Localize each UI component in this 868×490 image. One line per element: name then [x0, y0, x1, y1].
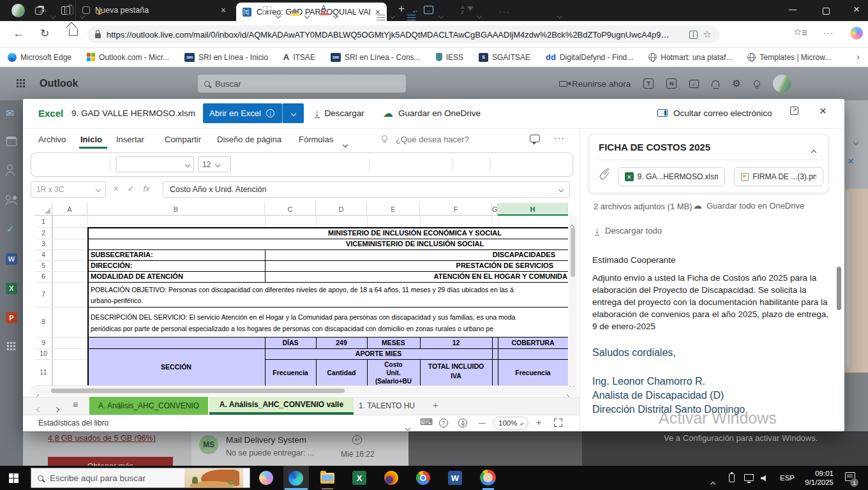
taskbar-excel-icon[interactable]: X	[352, 471, 366, 485]
cell-poblacion-line1[interactable]: POBLACIÓN OBJETIVO: Personas con discapa…	[91, 285, 567, 295]
row-header-3[interactable]: 3	[35, 239, 52, 249]
row-header-10[interactable]: 10	[35, 348, 52, 359]
more-apps-icon[interactable]	[7, 342, 16, 351]
bookmark-item[interactable]: Microsoft Edge	[8, 53, 71, 62]
mail-module-icon[interactable]: ✉	[6, 107, 14, 119]
bing-daily-image[interactable]	[184, 468, 243, 487]
cancel-entry-icon[interactable]: ×	[114, 184, 119, 193]
window-minimize-button[interactable]: —	[789, 5, 797, 14]
bookmark-item[interactable]: SRISRI en Línea - Cons...	[331, 53, 421, 62]
fullscreen-icon[interactable]	[554, 419, 562, 427]
bookmark-item[interactable]: Outlook.com - Micr...	[87, 53, 169, 62]
download-button[interactable]: ↓ Descargar	[315, 104, 364, 122]
powerpoint-module-icon[interactable]: P	[6, 311, 17, 323]
cell-poblacion-line2[interactable]: urbano-periférico.	[91, 295, 567, 306]
popout-icon[interactable]: ↗	[790, 106, 798, 117]
outlook-search-box[interactable]: Buscar	[198, 75, 406, 93]
align-chevron-icon[interactable]	[391, 10, 394, 20]
select-all-corner[interactable]	[35, 203, 52, 216]
zoom-in-icon[interactable]: +	[536, 417, 541, 427]
cell-total-iva[interactable]: TOTAL INCLUIDOIVA	[420, 362, 492, 381]
zoom-out-icon[interactable]: —	[479, 419, 486, 426]
font-size-select[interactable]: 12	[198, 156, 231, 172]
outlook-brand[interactable]: Outlook	[40, 78, 78, 89]
calendar-module-icon[interactable]	[6, 137, 17, 146]
help-icon[interactable]: ?	[439, 419, 448, 427]
sheet-nav-prev-icon[interactable]	[37, 403, 41, 414]
taskbar-chrome-icon[interactable]	[416, 471, 430, 485]
open-in-excel-dropdown[interactable]	[282, 103, 304, 123]
bookmark-item[interactable]: Templates | Microw...	[747, 53, 831, 62]
column-header-E[interactable]: E	[367, 203, 420, 216]
sheet-tab-1[interactable]: A. Análisis_AHC_CONVENIO	[89, 397, 208, 415]
groups-module-icon[interactable]	[6, 195, 11, 200]
format-painter-icon[interactable]	[96, 6, 102, 16]
column-header-B[interactable]: B	[87, 203, 265, 216]
bookmark-item[interactable]: SRISRI en Línea - Inicio	[184, 53, 268, 62]
attachment-pill-xlsm[interactable]: X 9. GA...HERMOSO.xlsm	[618, 167, 725, 186]
borders-chevron-icon[interactable]	[276, 10, 280, 20]
people-module-icon[interactable]	[7, 165, 13, 170]
row-header-9[interactable]: 9	[35, 337, 52, 348]
cell-cobertura[interactable]: COBERTURA	[498, 337, 568, 348]
accessibility-icon[interactable]	[458, 419, 467, 427]
font-color-icon[interactable]: A	[321, 4, 326, 13]
cell-meses[interactable]: MESES	[367, 337, 420, 348]
menu-insertar[interactable]: Insertar	[116, 135, 144, 144]
undo-icon[interactable]: ↶	[38, 6, 47, 19]
cell-cantidad[interactable]: Cantidad	[316, 359, 367, 385]
download-all-button[interactable]: ↓ Descargar todo	[595, 226, 662, 235]
tab-close-icon[interactable]: ×	[221, 5, 226, 15]
back-button[interactable]: ←	[13, 27, 24, 40]
close-viewer-button[interactable]: ×	[819, 104, 827, 118]
split-screen-icon[interactable]	[689, 31, 698, 39]
zoom-level-select[interactable]: 100%	[493, 417, 528, 429]
align-icon[interactable]	[377, 7, 385, 17]
copilot-icon[interactable]	[850, 27, 863, 40]
cell-frecuencia-2[interactable]: Frecuencia	[498, 359, 568, 385]
row-header-7[interactable]: 7	[35, 282, 52, 307]
bookmark-item[interactable]: SSGAITSAE	[479, 53, 530, 62]
email-pane-scrollbar-thumb[interactable]	[837, 267, 841, 310]
lightbulb-icon[interactable]	[754, 80, 760, 87]
undo-chevron-icon[interactable]	[51, 10, 55, 20]
row-header-1[interactable]: 1	[35, 216, 52, 227]
sort-filter-icon[interactable]: AZ	[461, 5, 465, 15]
cell-descripcion-line1[interactable]: DESCRIPCIÓN DEL SERVICIO: El servicio At…	[91, 312, 567, 322]
row-header-2[interactable]: 2	[35, 227, 52, 239]
cell-costo-unit[interactable]: CostoUnit.(Salario+BU	[367, 360, 420, 385]
taskbar-edge-icon[interactable]	[288, 471, 303, 486]
account-avatar[interactable]	[773, 75, 791, 93]
cell-viceministerio[interactable]: VICEMINISTERIO DE INCLUSIÓN SOCIAL	[265, 239, 565, 249]
window-restore-button[interactable]	[823, 6, 830, 17]
bookmark-item[interactable]: IESS	[436, 53, 463, 62]
tellme-box[interactable]: ¿Qué desea hacer?	[396, 135, 469, 144]
home-button[interactable]	[69, 29, 78, 36]
cell-ministerio[interactable]: MINISTERIO DE INCLUSIÓN ECONÓMICA Y SOCI…	[265, 227, 565, 239]
ribbon-more-icon[interactable]: ···	[554, 133, 565, 143]
keyboard-icon[interactable]: ⌨	[420, 417, 433, 427]
taskbar-search-box[interactable]: Escribe aquí para buscar	[31, 468, 250, 488]
formula-bar[interactable]: Costo Año x Unid. Atención	[163, 181, 570, 198]
insert-function-icon[interactable]: fx	[144, 184, 150, 193]
cell-subsecretaria-label[interactable]: SUBSECRETARIA:	[91, 249, 263, 260]
menu-inicio[interactable]: Inicio	[80, 135, 102, 144]
hide-email-button[interactable]: → Ocultar correo electrónico	[657, 104, 772, 122]
cell-modalidad-value[interactable]: ATENCIÓN EN EL HOGAR Y COMUNIDA	[265, 271, 567, 282]
tray-clock[interactable]: 09:01 9/1/2025	[799, 469, 834, 487]
vscroll-thumb[interactable]	[571, 227, 575, 277]
row-header-5[interactable]: 5	[35, 260, 52, 271]
cell-frecuencia[interactable]: Frecuencia	[265, 359, 316, 385]
cell-subsecretaria-value[interactable]: DISCAPACIDADES	[265, 249, 555, 260]
excel-module-icon[interactable]: X	[6, 282, 17, 294]
bold-icon[interactable]: N	[243, 6, 250, 17]
taskbar-explorer-icon[interactable]	[320, 473, 334, 484]
new-tab-button[interactable]: +	[398, 3, 405, 15]
cell-seccion[interactable]: SECCIÓN	[87, 348, 265, 385]
cell-dias-value[interactable]: 249	[316, 337, 367, 348]
todo-icon[interactable]: ✓	[689, 80, 699, 88]
hscroll-thumb[interactable]	[51, 389, 345, 393]
workbook-statistics[interactable]: Estadísticas del libro	[38, 419, 108, 427]
font-color-chevron-icon[interactable]	[334, 10, 338, 20]
cell-meses-value[interactable]: 12	[420, 337, 492, 348]
